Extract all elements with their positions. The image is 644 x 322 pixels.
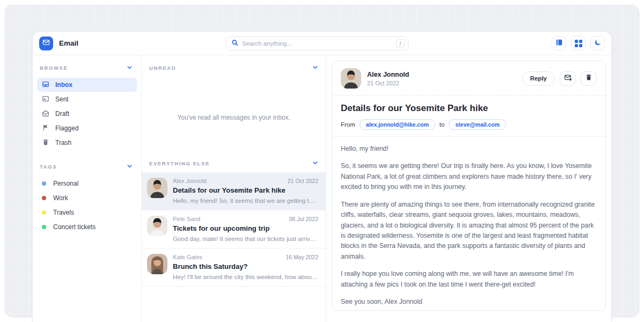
avatar [341,68,361,89]
browse-label: BROWSE [40,65,68,71]
from-label: From [341,121,355,128]
top-bar: Email / [33,32,611,55]
divider [332,136,605,137]
body-paragraph: So, it seems we are getting there! Our t… [341,161,597,192]
app-title: Email [59,39,78,47]
email-sender: Pete Sand [173,216,200,222]
unread-empty-state: You've read all messages in your inbox. [142,77,326,158]
detail-sender-block: Alex Jonnold 21 Oct 2022 [367,71,409,86]
chevron-down-icon[interactable] [127,162,133,171]
tag-label: Travels [53,209,74,216]
sidebar-item-label: Flagged [55,125,78,132]
email-list-item[interactable]: Pete Sand 06 Jul 2022 Tickets for our up… [142,210,326,248]
sidebar-item-flagged[interactable]: Flagged [37,121,137,135]
email-detail-column: Alex Jonnold 21 Oct 2022 Reply [326,55,611,322]
trash-icon [585,74,592,83]
email-body: Hello, my friend! So, it seems we are ge… [341,144,597,307]
notebook-button[interactable] [552,36,566,50]
body-paragraph: I really hope you love coming along with… [341,269,597,290]
mail-plus-icon [564,74,572,84]
search-bar[interactable]: / [226,36,408,50]
apps-grid-button[interactable] [571,36,586,50]
sidebar-item-draft[interactable]: Draft [37,107,137,121]
email-list-item[interactable]: Alex Jonnold 21 Oct 2022 Details for our… [142,172,326,210]
email-preview: Hello, my friend! So, it seems that we a… [173,197,318,204]
email-meta: Alex Jonnold 21 Oct 2022 Details for our… [173,178,318,204]
main-area: BROWSE Inbox Sent [33,55,611,322]
email-sender: Alex Jonnold [173,178,207,184]
email-meta: Kate Gates 16 May 2022 Brunch this Satur… [173,254,318,280]
tag-color-dot [42,196,46,200]
to-label: to [440,121,445,128]
unread-section-header[interactable]: UNREAD [142,63,326,77]
apps-grid-icon [575,40,582,47]
email-preview: Good day, mate! It seems that our ticket… [173,236,318,242]
divider [332,95,605,96]
avatar [147,254,167,274]
tags-section: TAGS Personal Work Travels [33,162,141,234]
tags-label: TAGS [40,164,57,170]
detail-actions: Reply [522,71,597,86]
unread-empty-text: You've read all messages in your inbox. [177,114,290,121]
forward-mail-button[interactable] [560,71,576,86]
tag-label: Work [53,194,68,202]
delete-button[interactable] [581,71,597,86]
notebook-icon [555,39,563,48]
email-meta: Pete Sand 06 Jul 2022 Tickets for our up… [173,216,318,242]
trash-icon [42,138,49,148]
app-logo [39,36,53,50]
to-email-chip[interactable]: steve@mail.com [449,119,506,130]
email-date: 16 May 2022 [286,254,318,260]
email-subject: Brunch this Saturday? [173,262,318,270]
detail-sender-name: Alex Jonnold [367,71,409,78]
unread-label: UNREAD [149,65,176,71]
avatar [147,178,167,198]
tag-item-travels[interactable]: Travels [37,206,137,219]
tag-color-dot [42,210,46,215]
tag-item-work[interactable]: Work [37,191,137,205]
email-sender: Kate Gates [173,254,202,260]
email-app-window: Email / [32,31,612,322]
tag-item-personal[interactable]: Personal [37,177,137,191]
chevron-down-icon[interactable] [312,63,318,72]
sidebar-item-sent[interactable]: Sent [37,92,137,106]
email-list-item[interactable]: Kate Gates 16 May 2022 Brunch this Satur… [142,248,326,287]
tags-section-header[interactable]: TAGS [33,162,141,177]
from-email-chip[interactable]: alex.jonnold@hike.com [360,119,435,130]
sidebar: BROWSE Inbox Sent [33,55,142,322]
search-shortcut-key: / [396,39,405,48]
sent-icon [42,95,49,104]
avatar [147,216,167,236]
tag-item-concert-tickets[interactable]: Concert tickets [37,220,137,234]
body-paragraph: Hello, my friend! [341,144,597,154]
reply-button[interactable]: Reply [522,71,555,86]
email-subject: Details for our Yosemite Park hike [173,186,318,194]
tag-label: Personal [53,180,78,187]
email-date: 21 Oct 2022 [288,178,318,184]
chevron-down-icon[interactable] [127,63,133,72]
body-paragraph: There are plenty of amazing things to se… [341,200,597,262]
dark-mode-button[interactable] [590,36,605,50]
search-input[interactable] [242,40,396,47]
email-detail-card: Alex Jonnold 21 Oct 2022 Reply [332,61,606,311]
chevron-down-icon[interactable] [312,158,318,168]
everything-else-section-header[interactable]: EVERYTHING ELSE [142,158,326,172]
sidebar-item-label: Draft [55,110,69,118]
everything-else-label: EVERYTHING ELSE [149,160,210,166]
flag-icon [42,124,49,133]
sidebar-item-label: Inbox [55,81,72,89]
detail-subject: Details for our Yosemite Park hike [341,103,597,114]
detail-date: 21 Oct 2022 [367,80,409,86]
email-list-column: UNREAD You've read all messages in your … [142,55,326,322]
sidebar-item-label: Sent [55,96,69,103]
topbar-actions [552,36,605,50]
sidebar-item-inbox[interactable]: Inbox [37,78,137,92]
open-envelope-icon [42,109,49,119]
email-preview: Hey! I'll be around the city this weeken… [173,274,318,280]
tag-color-dot [42,181,46,186]
tag-color-dot [42,225,46,229]
email-date: 06 Jul 2022 [289,216,318,222]
sidebar-item-trash[interactable]: Trash [37,136,137,150]
moon-icon [594,39,602,48]
browse-section-header[interactable]: BROWSE [33,63,141,78]
